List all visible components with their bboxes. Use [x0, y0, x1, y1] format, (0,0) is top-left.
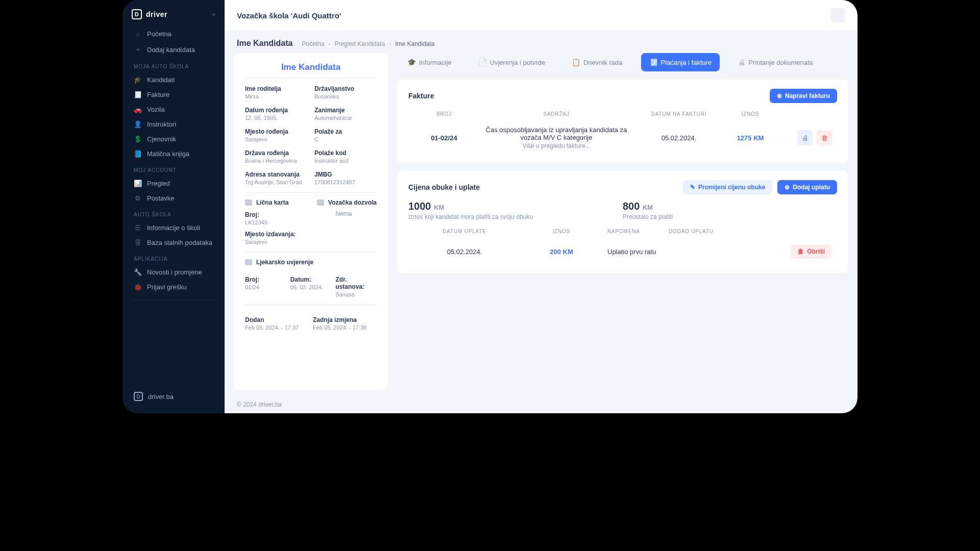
logo-text: driver: [146, 10, 167, 18]
info-block: Adresa stanovanjaTrg Austrije, Stari Gra…: [245, 171, 307, 185]
footer: © 2024 driver.ba: [225, 396, 857, 413]
nav-group-label: AUTO ŠKOLA: [122, 206, 225, 220]
candidate-card-title: Ime Kandidata: [245, 62, 377, 78]
id-card-icon: [245, 199, 252, 206]
breadcrumb-home[interactable]: Početna: [302, 40, 324, 47]
tab-icon: 📋: [572, 58, 580, 66]
tab-icon: 🧾: [649, 58, 658, 66]
tab[interactable]: 📋Dnevnik rada: [564, 53, 631, 71]
sidebar-item[interactable]: 📘Matična knjiga: [122, 146, 225, 161]
info-block: JMBG1700812312487: [314, 171, 377, 185]
tab[interactable]: 📄Uvjerenja i potvrde: [470, 53, 553, 71]
main: Vozačka škola 'Audi Quattro' Ime Kandida…: [225, 0, 857, 413]
nav-icon: 🧾: [134, 91, 142, 98]
topbar: Vozačka škola 'Audi Quattro': [225, 0, 857, 31]
sidebar-item[interactable]: 💲Cjenovnik: [122, 132, 225, 146]
print-invoice-button[interactable]: 🖨: [797, 130, 813, 145]
sidebar-item[interactable]: 🐞Prijavi grešku: [122, 280, 225, 294]
sidebar-item[interactable]: ＋Dodaj kandidata: [122, 41, 225, 58]
tab[interactable]: 🎓Informacije: [399, 53, 460, 71]
candidate-card: Ime Kandidata Ime roditeljaMirzaDržavlja…: [234, 53, 388, 390]
breadcrumb-current: Ime Kandidata: [395, 40, 434, 47]
create-invoice-button[interactable]: ⊕Napravi fakturu: [770, 89, 837, 103]
nav-icon: 🐞: [134, 283, 142, 291]
info-block: ZanimanjeAutomehanicar: [314, 107, 377, 121]
sidebar-item[interactable]: 🧾Fakture: [122, 87, 225, 102]
tab-icon: 🎓: [407, 58, 416, 66]
nav-group-label: APLIKACIJA: [122, 250, 225, 265]
tab-icon: 📄: [478, 58, 487, 66]
delete-payment-button[interactable]: 🗑 Obriši: [791, 244, 832, 259]
sidebar-item[interactable]: 📊Pregled: [122, 176, 225, 191]
nav-icon: 📊: [134, 180, 142, 187]
tab-bar: 🎓Informacije📄Uvjerenja i potvrde📋Dnevnik…: [397, 53, 848, 71]
nav-icon: 👤: [134, 120, 142, 128]
nav-icon: 📘: [134, 150, 142, 158]
info-block: DržavljanstvoBosansko: [314, 85, 377, 99]
nav-icon: ☰: [134, 224, 142, 232]
avatar[interactable]: [831, 8, 845, 22]
nav-group-label: MOJA AUTO ŠKOLA: [122, 58, 225, 72]
info-block: Polaže zaC: [314, 128, 377, 142]
breadcrumb-overview[interactable]: Pregled Kandidata: [334, 40, 385, 47]
logo-mark-icon: D: [132, 9, 142, 19]
plus-icon: ⊕: [777, 92, 782, 99]
nav-icon: 🗄: [134, 239, 142, 246]
sidebar-item[interactable]: ⚙Postavke: [122, 191, 225, 206]
training-card: Cijena obuke i uplate ✎Promijeni cijenu …: [397, 171, 848, 273]
license-icon: [317, 199, 324, 206]
delete-invoice-button[interactable]: 🗑: [817, 130, 832, 145]
nav-icon: ⚙: [134, 194, 142, 202]
info-block: Polaže kodInstruktor asd: [314, 149, 377, 164]
page-title: Ime Kandidata: [237, 39, 292, 48]
tab-icon: 🖨: [738, 58, 745, 66]
breadcrumb: Početna - Pregled Kandidata - Ime Kandid…: [302, 40, 434, 47]
sidebar-item[interactable]: ⌂Početna: [122, 27, 225, 41]
nav-icon: ⌂: [134, 30, 142, 38]
info-block: Država rođenjaBosna i Hercegovina: [245, 149, 307, 164]
info-block: Ime roditeljaMirza: [245, 85, 307, 99]
invoice-row: 01-02/24 Čas osposobljavanja iz upravlja…: [408, 122, 837, 154]
nav-icon: 🎓: [134, 76, 142, 84]
sidebar-item[interactable]: 🗄Baza stalnih podataka: [122, 235, 225, 250]
payment-row: 05.02.2024. 200 KM Uplatio prvu ratu 🗑 O…: [408, 239, 837, 264]
tab[interactable]: 🖨Printanje dokumenata: [730, 53, 821, 71]
brand-link-icon: D: [134, 392, 143, 401]
change-price-button[interactable]: ✎Promijeni cijenu obuke: [683, 180, 772, 194]
pencil-icon: ✎: [690, 184, 695, 191]
plus-icon: ⊕: [785, 184, 790, 191]
nav-icon: ＋: [134, 45, 142, 54]
sidebar-item[interactable]: 🔧Novosti i promjene: [122, 265, 225, 280]
nav-icon: 💲: [134, 135, 142, 143]
brand-link[interactable]: D driver.ba: [122, 387, 225, 406]
info-block: Mjesto rođenjaSarajevo: [245, 128, 307, 142]
invoices-title: Fakture: [408, 92, 434, 100]
add-payment-button[interactable]: ⊕Dodaj uplatu: [777, 180, 837, 194]
medical-icon: [245, 259, 252, 265]
sidebar: D driver » ⌂Početna＋Dodaj kandidata MOJA…: [122, 0, 225, 413]
divider: [134, 299, 213, 300]
sidebar-item[interactable]: 👤Instruktori: [122, 117, 225, 132]
invoices-card: Fakture ⊕Napravi fakturu BROJ SADRŽAJ DA…: [397, 80, 848, 163]
collapse-sidebar-button[interactable]: »: [212, 11, 215, 18]
nav-group-label: MOJ ACCOUNT: [122, 161, 225, 176]
sidebar-item[interactable]: ☰Informacije o školi: [122, 220, 225, 235]
training-title: Cijena obuke i uplate: [408, 183, 480, 191]
sidebar-item[interactable]: 🎓Kandidati: [122, 72, 225, 87]
sidebar-item[interactable]: 🚗Vozila: [122, 102, 225, 117]
topbar-title: Vozačka škola 'Audi Quattro': [237, 11, 341, 20]
info-block: Datum rođenja12. 06. 1985.: [245, 107, 307, 121]
logo[interactable]: D driver: [132, 9, 167, 19]
nav-icon: 🚗: [134, 106, 142, 113]
trash-icon: 🗑: [798, 248, 804, 255]
nav-icon: 🔧: [134, 268, 142, 276]
tab[interactable]: 🧾Plaćanja i fakture: [641, 53, 720, 71]
